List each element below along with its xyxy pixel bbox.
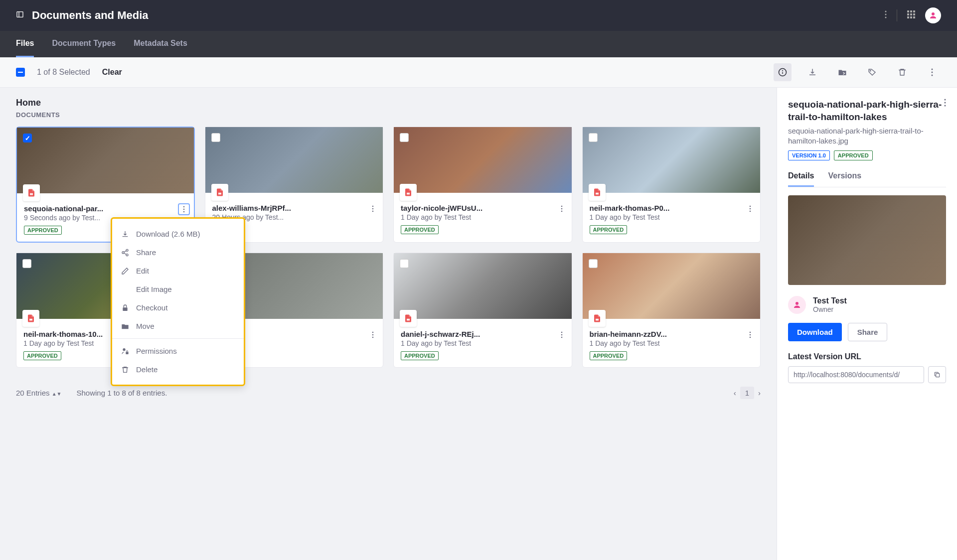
download-icon[interactable] bbox=[803, 63, 821, 81]
copy-icon[interactable] bbox=[928, 366, 946, 383]
svg-point-56 bbox=[945, 105, 946, 107]
toolbar-more-icon[interactable] bbox=[923, 63, 941, 81]
menu-permissions[interactable]: Permissions bbox=[112, 342, 244, 360]
card-more-icon[interactable] bbox=[178, 203, 190, 215]
svg-rect-0 bbox=[17, 12, 23, 17]
document-card[interactable]: daniel-j-schwarz-REj... 1 Day ago by Tes… bbox=[393, 253, 572, 368]
tag-icon[interactable] bbox=[863, 63, 881, 81]
card-title: neil-mark-thomas-P0... bbox=[590, 204, 679, 212]
panel-toggle-icon[interactable] bbox=[16, 10, 24, 20]
tab-metadata-sets[interactable]: Metadata Sets bbox=[134, 31, 187, 57]
user-avatar[interactable] bbox=[925, 7, 941, 23]
page-number[interactable]: 1 bbox=[740, 387, 754, 399]
card-meta: 1 Day ago by Test Test bbox=[590, 213, 754, 221]
selection-count: 1 of 8 Selected bbox=[37, 68, 90, 77]
card-more-icon[interactable] bbox=[744, 203, 756, 215]
svg-point-25 bbox=[183, 211, 184, 213]
card-context-menu: Download (2.6 MB) Share Edit Edit Image … bbox=[111, 217, 245, 386]
select-all-checkbox[interactable] bbox=[16, 68, 25, 77]
svg-rect-9 bbox=[910, 13, 912, 15]
svg-line-63 bbox=[124, 253, 127, 255]
owner-role: Owner bbox=[813, 305, 847, 313]
document-card[interactable]: taylor-nicole-jWFUsU... 1 Day ago by Tes… bbox=[393, 127, 572, 243]
menu-move[interactable]: Move bbox=[112, 317, 244, 335]
card-checkbox[interactable] bbox=[400, 133, 409, 142]
trash-icon[interactable] bbox=[893, 63, 911, 81]
card-more-icon[interactable] bbox=[556, 203, 568, 215]
header-more-icon[interactable] bbox=[885, 10, 887, 20]
menu-edit[interactable]: Edit bbox=[112, 262, 244, 280]
card-thumbnail bbox=[394, 127, 572, 193]
svg-point-27 bbox=[372, 206, 374, 207]
folder-icon bbox=[121, 322, 129, 330]
url-input[interactable]: http://localhost:8080/documents/d/ bbox=[788, 366, 924, 383]
menu-edit-image[interactable]: Edit Image bbox=[112, 280, 244, 298]
card-checkbox[interactable] bbox=[23, 134, 32, 142]
entries-dropdown[interactable]: 20 Entries ▲▼ bbox=[16, 389, 62, 397]
svg-line-62 bbox=[124, 251, 127, 252]
owner-avatar bbox=[788, 296, 806, 314]
card-checkbox[interactable] bbox=[211, 133, 220, 142]
card-title: daniel-j-schwarz-REj... bbox=[401, 330, 490, 338]
section-label: DOCUMENTS bbox=[16, 111, 761, 119]
card-more-icon[interactable] bbox=[744, 329, 756, 341]
panel-tab-versions[interactable]: Versions bbox=[828, 171, 861, 187]
download-button[interactable]: Download bbox=[788, 323, 842, 341]
card-more-icon[interactable] bbox=[367, 329, 379, 341]
app-header: Documents and Media bbox=[0, 0, 957, 31]
status-badge: APPROVED bbox=[401, 351, 439, 360]
card-meta: 1 Day ago by Test Test bbox=[401, 213, 565, 221]
svg-point-21 bbox=[932, 75, 933, 76]
panel-more-icon[interactable] bbox=[944, 99, 946, 109]
tab-document-types[interactable]: Document Types bbox=[52, 31, 116, 57]
divider bbox=[112, 338, 244, 339]
showing-text: Showing 1 to 8 of 8 entries. bbox=[77, 389, 167, 397]
card-more-icon[interactable] bbox=[556, 329, 568, 341]
svg-point-18 bbox=[870, 70, 871, 71]
svg-rect-5 bbox=[907, 10, 909, 12]
menu-checkout[interactable]: Checkout bbox=[112, 298, 244, 317]
approved-badge: APPROVED bbox=[834, 150, 873, 160]
share-button[interactable]: Share bbox=[848, 323, 888, 341]
card-title: brian-heimann-zzDV... bbox=[590, 330, 679, 338]
card-more-icon[interactable] bbox=[367, 203, 379, 215]
download-icon bbox=[121, 230, 129, 238]
tab-files[interactable]: Files bbox=[16, 31, 34, 57]
clear-selection-button[interactable]: Clear bbox=[102, 68, 122, 77]
menu-download[interactable]: Download (2.6 MB) bbox=[112, 225, 244, 243]
status-badge: APPROVED bbox=[23, 351, 61, 360]
document-card[interactable]: brian-heimann-zzDV... 1 Day ago by Test … bbox=[582, 253, 761, 368]
svg-point-54 bbox=[945, 99, 946, 101]
card-thumbnail bbox=[583, 127, 761, 193]
svg-point-29 bbox=[372, 211, 374, 212]
svg-point-28 bbox=[372, 208, 374, 210]
panel-tab-details[interactable]: Details bbox=[788, 171, 814, 187]
owner-name: Test Test bbox=[813, 296, 847, 305]
card-checkbox[interactable] bbox=[22, 259, 31, 268]
prev-page-icon[interactable]: ‹ bbox=[734, 389, 736, 397]
svg-point-49 bbox=[561, 337, 562, 338]
move-icon[interactable] bbox=[833, 63, 851, 81]
next-page-icon[interactable]: › bbox=[758, 389, 761, 397]
svg-point-33 bbox=[561, 211, 562, 212]
svg-rect-7 bbox=[913, 10, 915, 12]
svg-point-17 bbox=[783, 71, 783, 71]
trash-icon bbox=[121, 366, 129, 374]
details-panel: sequoia-national-park-high-sierra-trail-… bbox=[777, 88, 957, 560]
svg-point-3 bbox=[885, 14, 887, 15]
svg-point-55 bbox=[945, 102, 946, 104]
breadcrumb[interactable]: Home bbox=[16, 98, 761, 108]
card-checkbox[interactable] bbox=[589, 259, 598, 268]
share-icon bbox=[121, 249, 129, 257]
status-badge: APPROVED bbox=[590, 351, 628, 360]
card-checkbox[interactable] bbox=[400, 259, 409, 268]
card-checkbox[interactable] bbox=[589, 133, 598, 142]
menu-delete[interactable]: Delete bbox=[112, 360, 244, 379]
card-meta: 1 Day ago by Test Test bbox=[401, 339, 565, 347]
page-title: Documents and Media bbox=[32, 9, 148, 22]
menu-share[interactable]: Share bbox=[112, 243, 244, 262]
card-thumbnail bbox=[17, 128, 194, 193]
info-icon[interactable] bbox=[774, 63, 792, 81]
document-card[interactable]: neil-mark-thomas-P0... 1 Day ago by Test… bbox=[582, 127, 761, 243]
apps-grid-icon[interactable] bbox=[907, 10, 915, 20]
